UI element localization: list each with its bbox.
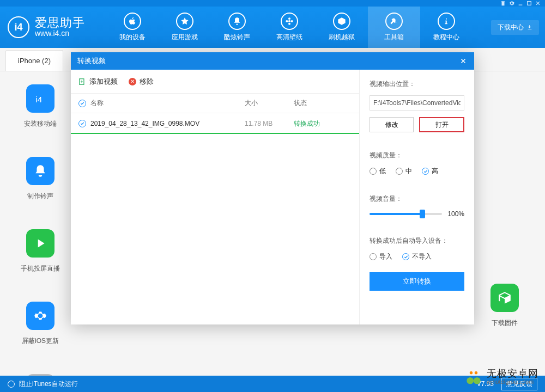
gear-icon bbox=[26, 302, 55, 330]
quality-mid[interactable]: 中 bbox=[396, 167, 412, 176]
modal-toolbar: + 添加视频 ✕ 移除 bbox=[71, 70, 359, 94]
quality-low[interactable]: 低 bbox=[370, 167, 386, 176]
add-video-label: 添加视频 bbox=[89, 77, 118, 87]
nav-label: 我的设备 bbox=[119, 33, 146, 42]
tab-iphone[interactable]: iPhone (2) bbox=[5, 50, 63, 71]
appstore-icon bbox=[176, 13, 193, 30]
remove-button[interactable]: ✕ 移除 bbox=[129, 77, 154, 87]
status-bar: 阻止iTunes自动运行 V7.93 意见反馈 bbox=[0, 376, 545, 392]
row-checkbox[interactable] bbox=[78, 120, 86, 127]
radio-label: 不导入 bbox=[412, 252, 432, 261]
auto-import-label: 转换成功后自动导入设备： bbox=[370, 236, 464, 246]
nav-tutorials[interactable]: 教程中心 bbox=[420, 7, 473, 48]
watermark-url: wjhotelgroup.com bbox=[487, 379, 538, 385]
output-path-input[interactable] bbox=[370, 95, 464, 111]
convert-now-button[interactable]: 立即转换 bbox=[370, 272, 464, 291]
nav-my-device[interactable]: 我的设备 bbox=[106, 7, 159, 48]
modal-left-panel: + 添加视频 ✕ 移除 名称 大小 状态 2019_04_2 bbox=[71, 70, 360, 324]
nav-flash-jailbreak[interactable]: 刷机越狱 bbox=[316, 7, 368, 48]
svg-point-3 bbox=[288, 17, 290, 20]
shirt-icon[interactable] bbox=[499, 1, 507, 6]
nav-ringtones[interactable]: 酷炫铃声 bbox=[211, 7, 263, 48]
tool-label: 下载固件 bbox=[492, 318, 518, 328]
row-progress bbox=[71, 133, 359, 134]
modal-titlebar: 转换视频 bbox=[71, 52, 474, 70]
add-file-icon: + bbox=[78, 78, 86, 85]
radio-label: 低 bbox=[379, 167, 386, 176]
info-icon bbox=[438, 13, 455, 30]
remove-label: 移除 bbox=[140, 77, 154, 87]
import-no[interactable]: 不导入 bbox=[402, 252, 432, 261]
toggle-icon[interactable] bbox=[8, 381, 15, 388]
quality-label: 视频质量： bbox=[370, 151, 464, 160]
apple-icon bbox=[124, 13, 141, 30]
brand-url: www.i4.cn bbox=[35, 29, 85, 38]
brand-name: 爱思助手 bbox=[35, 16, 85, 29]
quality-radios: 低 中 高 bbox=[370, 167, 464, 176]
svg-text:+: + bbox=[81, 79, 83, 84]
modal-right-panel: 视频输出位置： 修改 打开 视频质量： 低 中 高 视频音量： 100% bbox=[360, 70, 474, 324]
svg-rect-0 bbox=[519, 5, 523, 5]
box-icon bbox=[333, 13, 350, 30]
quality-high[interactable]: 高 bbox=[422, 167, 438, 176]
tool-download-firmware[interactable]: 下载固件 bbox=[480, 284, 530, 328]
modal-close-button[interactable] bbox=[459, 57, 468, 65]
radio-label: 高 bbox=[432, 167, 438, 176]
svg-point-5 bbox=[286, 20, 288, 22]
maximize-icon[interactable] bbox=[525, 1, 533, 6]
watermark-title: 无极安卓网 bbox=[487, 369, 538, 379]
app-header: i4 爱思助手 www.i4.cn 我的设备 应用游戏 酷炫铃声 高清壁纸 刷机… bbox=[0, 7, 545, 48]
tool-label: 屏蔽iOS更新 bbox=[22, 336, 59, 346]
col-name: 名称 bbox=[90, 99, 104, 108]
brand-logo-icon: i4 bbox=[8, 16, 29, 38]
tool-label: 安装移动端 bbox=[24, 119, 57, 128]
table-row[interactable]: 2019_04_28_13_42_IMG_0998.MOV 11.78 MB 转… bbox=[71, 113, 359, 134]
close-icon[interactable] bbox=[534, 1, 542, 6]
nav-label: 教程中心 bbox=[433, 33, 459, 42]
download-center-button[interactable]: 下载中心 bbox=[491, 20, 539, 35]
col-status: 状态 bbox=[294, 99, 359, 108]
tool-screen-live[interactable]: 手机投屏直播 bbox=[15, 229, 65, 273]
add-video-button[interactable]: + 添加视频 bbox=[78, 77, 118, 87]
svg-point-11 bbox=[475, 371, 477, 374]
tools-icon bbox=[385, 13, 403, 30]
modal-title: 转换视频 bbox=[77, 56, 106, 66]
import-yes[interactable]: 导入 bbox=[370, 252, 392, 261]
main-nav: 我的设备 应用游戏 酷炫铃声 高清壁纸 刷机越狱 工具箱 教程中心 bbox=[106, 7, 485, 48]
nav-label: 刷机越狱 bbox=[329, 33, 355, 42]
volume-value: 100% bbox=[447, 210, 464, 218]
flower-icon bbox=[281, 13, 298, 30]
nav-label: 工具箱 bbox=[384, 33, 404, 42]
tool-label: 制作铃声 bbox=[27, 192, 53, 201]
bell-icon bbox=[228, 13, 246, 30]
nav-label: 高清壁纸 bbox=[276, 33, 302, 42]
nav-toolbox[interactable]: 工具箱 bbox=[368, 7, 420, 48]
status-left-text: 阻止iTunes自动运行 bbox=[19, 379, 78, 389]
gear-icon[interactable] bbox=[508, 1, 516, 6]
nav-wallpapers[interactable]: 高清壁纸 bbox=[263, 7, 316, 48]
modify-button[interactable]: 修改 bbox=[370, 117, 414, 132]
tool-make-ringtone[interactable]: 制作铃声 bbox=[15, 157, 65, 201]
volume-label: 视频音量： bbox=[370, 194, 464, 204]
row-filename: 2019_04_28_13_42_IMG_0998.MOV bbox=[90, 120, 199, 127]
watermark-logo-icon bbox=[464, 367, 483, 387]
watermark: 无极安卓网 wjhotelgroup.com bbox=[464, 367, 538, 387]
open-button[interactable]: 打开 bbox=[419, 117, 464, 132]
play-icon bbox=[26, 229, 55, 258]
tool-block-ios-update[interactable]: 屏蔽iOS更新 bbox=[15, 302, 65, 346]
titlebar bbox=[0, 0, 545, 7]
i4-icon: i4 bbox=[26, 84, 55, 113]
svg-text:i4: i4 bbox=[35, 95, 42, 104]
col-size: 大小 bbox=[245, 99, 294, 108]
nav-label: 应用游戏 bbox=[172, 33, 198, 42]
table-header: 名称 大小 状态 bbox=[71, 94, 359, 113]
volume-slider[interactable] bbox=[370, 213, 442, 215]
row-size: 11.78 MB bbox=[245, 120, 294, 127]
tool-install-mobile[interactable]: i4 安装移动端 bbox=[15, 84, 65, 128]
svg-point-2 bbox=[288, 20, 290, 22]
remove-icon: ✕ bbox=[129, 78, 136, 85]
nav-apps-games[interactable]: 应用游戏 bbox=[159, 7, 211, 48]
select-all-checkbox[interactable] bbox=[78, 100, 86, 107]
minimize-icon[interactable] bbox=[517, 1, 524, 6]
svg-point-4 bbox=[288, 23, 290, 25]
